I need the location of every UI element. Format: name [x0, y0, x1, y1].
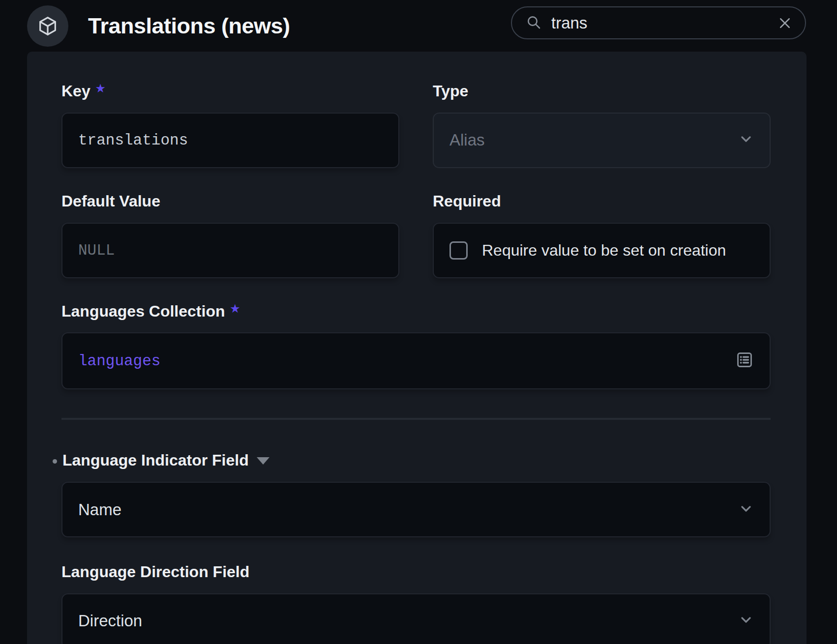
languages-collection-value: languages: [78, 352, 725, 370]
language-direction-label-text: Language Direction Field: [61, 563, 249, 581]
required-asterisk: ★: [96, 83, 105, 94]
page-title: Translations (news): [88, 13, 290, 39]
languages-collection-field-group: Languages Collection ★ languages: [61, 302, 771, 390]
required-field-group: Required Require value to be set on crea…: [433, 192, 771, 278]
key-label: Key ★: [61, 82, 399, 100]
search-bar[interactable]: [511, 6, 806, 39]
key-field-group: Key ★: [61, 82, 399, 168]
type-select[interactable]: Alias: [433, 113, 771, 168]
type-label: Type: [433, 82, 771, 100]
menu-caret-icon[interactable]: [257, 457, 269, 465]
key-input-box[interactable]: [61, 113, 399, 168]
modified-dot: [53, 459, 57, 464]
collection-icon-chip: [27, 5, 68, 47]
language-direction-field-group: Language Direction Field Direction: [61, 563, 771, 644]
language-direction-label: Language Direction Field: [61, 563, 771, 581]
language-indicator-field-group: Language Indicator Field Name: [61, 451, 771, 537]
close-icon[interactable]: [777, 16, 792, 30]
default-value-input-box[interactable]: [61, 223, 399, 278]
chevron-down-icon: [738, 501, 754, 519]
default-value-label: Default Value: [61, 192, 399, 210]
drawer-header: Translations (news): [0, 0, 837, 52]
required-asterisk: ★: [230, 303, 239, 315]
search-input[interactable]: [551, 14, 777, 32]
key-label-text: Key: [61, 82, 90, 100]
language-direction-select[interactable]: Direction: [61, 593, 771, 644]
languages-collection-label: Languages Collection ★: [61, 302, 771, 321]
cube-icon: [36, 15, 59, 37]
language-indicator-label[interactable]: Language Indicator Field: [62, 451, 771, 469]
type-field-group: Type Alias: [433, 82, 771, 168]
search-icon: [526, 14, 541, 32]
default-value-input[interactable]: [78, 242, 383, 259]
type-select-value: Alias: [449, 131, 728, 149]
field-settings-panel: Key ★ Type Alias De: [27, 52, 807, 644]
type-label-text: Type: [433, 82, 468, 100]
key-input[interactable]: [78, 132, 383, 149]
language-indicator-label-text: Language Indicator Field: [62, 451, 249, 469]
language-indicator-select[interactable]: Name: [61, 482, 771, 537]
required-checkbox-box[interactable]: Require value to be set on creation: [433, 223, 771, 278]
required-label-text: Required: [433, 192, 501, 210]
chevron-down-icon: [738, 612, 754, 630]
language-indicator-value: Name: [78, 500, 728, 519]
required-checkbox-label: Require value to be set on creation: [482, 241, 726, 260]
section-divider: [61, 418, 771, 420]
default-value-label-text: Default Value: [61, 192, 160, 210]
languages-collection-input[interactable]: languages: [61, 332, 771, 389]
chevron-down-icon: [738, 131, 754, 149]
language-direction-value: Direction: [78, 612, 728, 630]
required-checkbox[interactable]: [449, 241, 468, 260]
required-label: Required: [433, 192, 771, 210]
languages-collection-label-text: Languages Collection: [61, 302, 225, 321]
list-icon[interactable]: [735, 351, 754, 371]
default-value-field-group: Default Value: [61, 192, 399, 278]
